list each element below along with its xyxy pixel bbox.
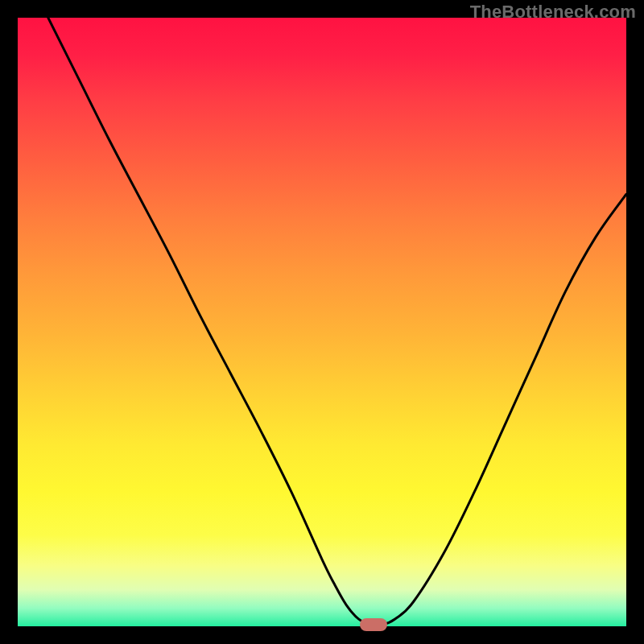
minimum-marker <box>360 618 387 631</box>
bottleneck-curve-line <box>48 18 626 625</box>
chart-frame: TheBottleneck.com <box>0 0 644 644</box>
curve-svg <box>18 18 626 626</box>
watermark-text: TheBottleneck.com <box>470 2 636 23</box>
plot-area <box>18 18 626 626</box>
